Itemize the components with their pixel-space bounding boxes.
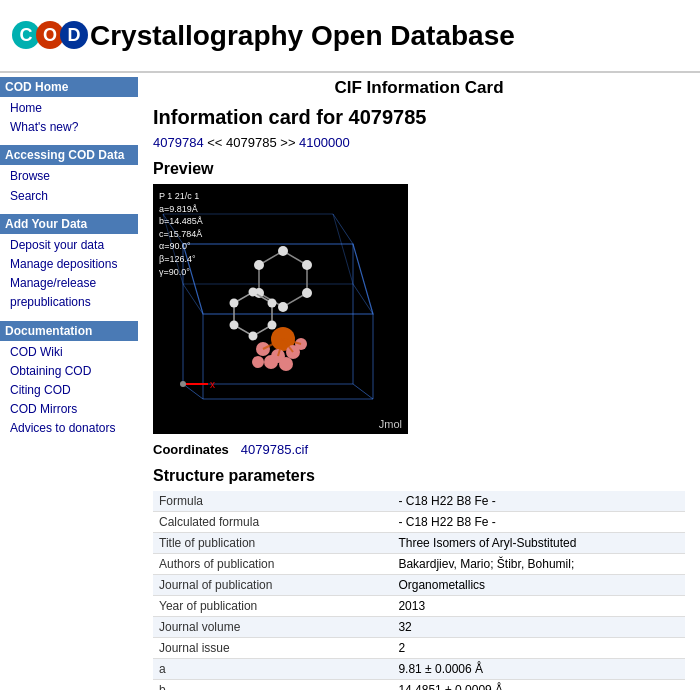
sidebar-link-whats-new[interactable]: What's new?: [10, 118, 138, 137]
param-label: Journal issue: [153, 638, 392, 659]
table-row: Year of publication2013: [153, 596, 685, 617]
sidebar-section-documentation: Documentation: [0, 321, 138, 341]
sidebar-links-cod-home: HomeWhat's new?: [0, 97, 138, 141]
param-value: - C18 H22 B8 Fe -: [392, 512, 685, 533]
sidebar-link-search[interactable]: Search: [10, 187, 138, 206]
param-value: 32: [392, 617, 685, 638]
param-value: 14.4851 ± 0.0009 Å: [392, 680, 685, 691]
sidebar-link-browse[interactable]: Browse: [10, 167, 138, 186]
sidebar-section-cod-home: COD Home: [0, 77, 138, 97]
sidebar-links-accessing-cod-data: BrowseSearch: [0, 165, 138, 209]
param-value: Three Isomers of Aryl-Substituted: [392, 533, 685, 554]
param-label: a: [153, 659, 392, 680]
table-row: Calculated formula- C18 H22 B8 Fe -: [153, 512, 685, 533]
svg-text:O: O: [43, 25, 57, 45]
nav-separator-left: <<: [207, 135, 226, 150]
sidebar-link-cod-mirrors[interactable]: COD Mirrors: [10, 400, 138, 419]
sidebar-link-citing-cod[interactable]: Citing COD: [10, 381, 138, 400]
sidebar-link-advices-to-donators[interactable]: Advices to donators: [10, 419, 138, 438]
coordinates-label: Coordinates: [153, 442, 229, 457]
table-row: b14.4851 ± 0.0009 Å: [153, 680, 685, 691]
svg-point-33: [230, 321, 239, 330]
preview-title: Preview: [153, 160, 685, 178]
svg-point-41: [180, 381, 186, 387]
molecule-viewer: x P 1 21/c 1a=9.819Åb=14.485Åc=15.784Åα=…: [153, 184, 408, 434]
nav-separator-right: >>: [280, 135, 299, 150]
sidebar-link-home[interactable]: Home: [10, 99, 138, 118]
param-label: Year of publication: [153, 596, 392, 617]
sidebar-links-documentation: COD WikiObtaining CODCiting CODCOD Mirro…: [0, 341, 138, 443]
table-row: Title of publicationThree Isomers of Ary…: [153, 533, 685, 554]
sidebar-link-manage-depositions[interactable]: Manage depositions: [10, 255, 138, 274]
table-row: Journal volume32: [153, 617, 685, 638]
prev-link[interactable]: 4079784: [153, 135, 204, 150]
svg-point-29: [249, 288, 258, 297]
param-label: Journal volume: [153, 617, 392, 638]
svg-text:D: D: [68, 25, 81, 45]
site-title: Crystallography Open Database: [90, 20, 515, 52]
table-row: Journal of publicationOrganometallics: [153, 575, 685, 596]
header: C O D Crystallography Open Database: [0, 0, 700, 73]
main-content: CIF Information Card Information card fo…: [138, 73, 700, 690]
svg-point-25: [278, 302, 288, 312]
coordinates-row: Coordinates 4079785.cif: [153, 442, 685, 457]
structure-params-title: Structure parameters: [153, 467, 685, 485]
mol-info: P 1 21/c 1a=9.819Åb=14.485Åc=15.784Åα=90…: [159, 190, 203, 278]
sidebar-section-add-your-data: Add Your Data: [0, 214, 138, 234]
svg-point-27: [254, 260, 264, 270]
param-label: b: [153, 680, 392, 691]
svg-text:x: x: [210, 379, 215, 390]
jmol-label: Jmol: [379, 418, 402, 430]
table-row: a9.81 ± 0.0006 Å: [153, 659, 685, 680]
svg-point-23: [302, 260, 312, 270]
param-value: Bakardjiev, Mario; Štibr, Bohumil;: [392, 554, 685, 575]
table-row: Authors of publicationBakardjiev, Mario;…: [153, 554, 685, 575]
params-table: Formula- C18 H22 B8 Fe -Calculated formu…: [153, 491, 685, 690]
nav-links: 4079784 << 4079785 >> 4100000: [153, 135, 685, 150]
param-value: 9.81 ± 0.0006 Å: [392, 659, 685, 680]
table-row: Formula- C18 H22 B8 Fe -: [153, 491, 685, 512]
cif-file-link[interactable]: 4079785.cif: [241, 442, 308, 457]
sidebar-link-obtaining-cod[interactable]: Obtaining COD: [10, 362, 138, 381]
sidebar-link-deposit-your-data[interactable]: Deposit your data: [10, 236, 138, 255]
main-page-title: CIF Information Card: [153, 78, 685, 98]
site-logo: C O D: [10, 8, 90, 63]
param-value: 2: [392, 638, 685, 659]
info-card-title: Information card for 4079785: [153, 106, 685, 129]
sidebar: COD HomeHomeWhat's new?Accessing COD Dat…: [0, 73, 138, 690]
param-label: Authors of publication: [153, 554, 392, 575]
param-label: Title of publication: [153, 533, 392, 554]
svg-point-30: [268, 299, 277, 308]
param-label: Journal of publication: [153, 575, 392, 596]
svg-point-34: [230, 299, 239, 308]
current-id: 4079785: [226, 135, 277, 150]
sidebar-link-cod-wiki[interactable]: COD Wiki: [10, 343, 138, 362]
param-value: - C18 H22 B8 Fe -: [392, 491, 685, 512]
svg-point-22: [278, 246, 288, 256]
next-link[interactable]: 4100000: [299, 135, 350, 150]
boron-5: [279, 357, 293, 371]
boron-4: [264, 355, 278, 369]
sidebar-link-managerelease-prepublications[interactable]: Manage/release prepublications: [10, 274, 138, 312]
svg-text:C: C: [20, 25, 33, 45]
boron-7: [252, 356, 264, 368]
param-value: Organometallics: [392, 575, 685, 596]
table-row: Journal issue2: [153, 638, 685, 659]
svg-point-24: [302, 288, 312, 298]
param-label: Formula: [153, 491, 392, 512]
param-value: 2013: [392, 596, 685, 617]
svg-point-31: [268, 321, 277, 330]
param-label: Calculated formula: [153, 512, 392, 533]
coordinates-link[interactable]: 4079785.cif: [241, 442, 308, 457]
sidebar-section-accessing-cod-data: Accessing COD Data: [0, 145, 138, 165]
sidebar-links-add-your-data: Deposit your dataManage depositionsManag…: [0, 234, 138, 317]
svg-point-32: [249, 332, 258, 341]
